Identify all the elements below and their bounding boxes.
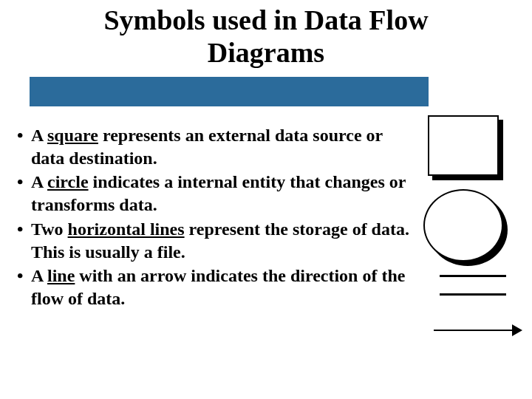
circle-symbol — [417, 189, 521, 262]
horizontal-line-icon — [440, 275, 506, 277]
bullet-text: A — [31, 266, 47, 285]
arrow-symbol — [434, 330, 521, 331]
bullet-term: circle — [47, 172, 89, 191]
symbols-column — [417, 115, 521, 331]
bullet-term: square — [47, 126, 98, 145]
bullet-list: A square represents an external data sou… — [15, 124, 410, 312]
bullet-text: with an arrow indicates the direction of… — [31, 266, 405, 308]
title-line-2: Diagrams — [208, 37, 324, 68]
list-item: A circle indicates a internal entity tha… — [15, 171, 410, 216]
datastore-symbol — [440, 275, 521, 296]
horizontal-line-icon — [440, 293, 506, 296]
bullet-text: Two — [31, 219, 68, 239]
list-item: Two horizontal lines represent the stora… — [15, 218, 410, 263]
circle-icon — [423, 189, 503, 262]
arrow-head-icon — [512, 324, 522, 336]
square-icon — [428, 115, 499, 176]
title-line-1: Symbols used in Data Flow — [103, 4, 428, 35]
list-item: A square represents an external data sou… — [15, 124, 410, 169]
title-underline-bar — [30, 77, 429, 106]
bullet-text: A — [31, 126, 47, 145]
bullet-term: horizontal lines — [68, 219, 185, 239]
square-symbol — [417, 115, 521, 176]
list-item: A line with an arrow indicates the direc… — [15, 265, 410, 310]
slide-title: Symbols used in Data Flow Diagrams — [0, 0, 532, 69]
bullet-text: A — [31, 172, 47, 191]
arrow-line-icon — [434, 330, 515, 331]
bullet-term: line — [47, 266, 75, 285]
